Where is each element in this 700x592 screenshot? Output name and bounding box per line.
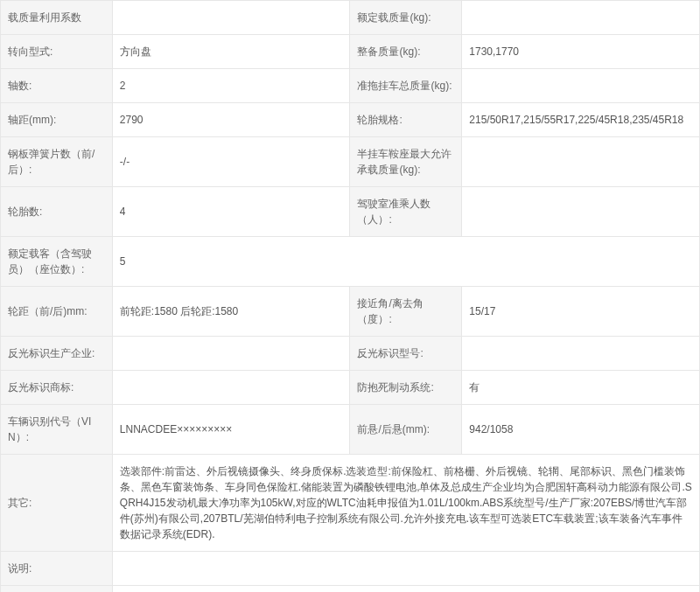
spec-value xyxy=(112,586,699,593)
spec-label: 额定载质量(kg): xyxy=(350,1,462,35)
spec-value: 4 xyxy=(112,187,350,237)
spec-value xyxy=(112,1,350,35)
spec-label: 载质量利用系数 xyxy=(1,1,113,35)
spec-value xyxy=(462,187,700,237)
spec-value: -/- xyxy=(112,137,350,187)
spec-label: 轴数: xyxy=(1,69,113,103)
spec-value: 2790 xyxy=(112,103,350,137)
spec-label: 油耗申报值(L/100km): xyxy=(1,586,113,593)
spec-table: 载质量利用系数额定载质量(kg):转向型式:方向盘整备质量(kg):1730,1… xyxy=(0,0,700,592)
spec-value xyxy=(462,337,700,371)
spec-label: 前悬/后悬(mm): xyxy=(350,405,462,455)
spec-value xyxy=(462,69,700,103)
spec-label: 转向型式: xyxy=(1,35,113,69)
spec-value: 215/50R17,215/55R17,225/45R18,235/45R18 xyxy=(462,103,700,137)
spec-label: 额定载客（含驾驶员）（座位数）: xyxy=(1,237,113,287)
spec-value xyxy=(462,1,700,35)
spec-label: 反光标识型号: xyxy=(350,337,462,371)
spec-value: 有 xyxy=(462,371,700,405)
spec-value: LNNACDEE××××××××× xyxy=(112,405,350,455)
spec-value: 1730,1770 xyxy=(462,35,700,69)
spec-label: 其它: xyxy=(1,455,113,552)
spec-label: 说明: xyxy=(1,552,113,586)
spec-label: 轮胎规格: xyxy=(350,103,462,137)
spec-label: 钢板弹簧片数（前/后）: xyxy=(1,137,113,187)
spec-label: 轴距(mm): xyxy=(1,103,113,137)
spec-value: 选装部件:前雷达、外后视镜摄像头、终身质保标.选装造型:前保险杠、前格栅、外后视… xyxy=(112,455,699,552)
spec-label: 车辆识别代号（VIN）: xyxy=(1,405,113,455)
spec-label: 轮距（前/后)mm: xyxy=(1,287,113,337)
spec-value xyxy=(112,552,699,586)
spec-label: 准拖挂车总质量(kg): xyxy=(350,69,462,103)
spec-value: 2 xyxy=(112,69,350,103)
spec-value: 15/17 xyxy=(462,287,700,337)
spec-label: 反光标识生产企业: xyxy=(1,337,113,371)
spec-label: 轮胎数: xyxy=(1,187,113,237)
spec-value: 942/1058 xyxy=(462,405,700,455)
spec-label: 防抱死制动系统: xyxy=(350,371,462,405)
spec-value xyxy=(112,337,350,371)
spec-label: 反光标识商标: xyxy=(1,371,113,405)
spec-value: 5 xyxy=(112,237,699,287)
spec-label: 驾驶室准乘人数（人）: xyxy=(350,187,462,237)
spec-value xyxy=(462,137,700,187)
spec-value xyxy=(112,371,350,405)
spec-label: 整备质量(kg): xyxy=(350,35,462,69)
spec-label: 半挂车鞍座最大允许承载质量(kg): xyxy=(350,137,462,187)
spec-label: 接近角/离去角（度）: xyxy=(350,287,462,337)
spec-value: 方向盘 xyxy=(112,35,350,69)
spec-value: 前轮距:1580 后轮距:1580 xyxy=(112,287,350,337)
